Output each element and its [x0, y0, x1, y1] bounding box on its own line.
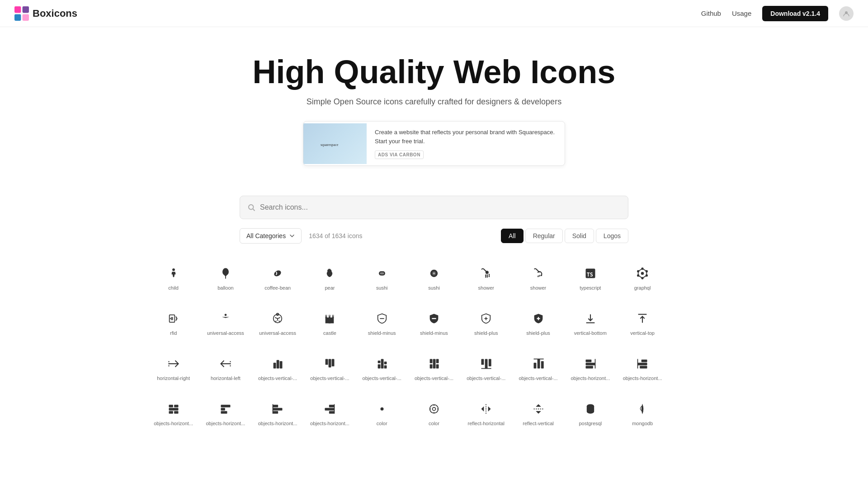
icon-label: shield-plus	[466, 330, 507, 336]
list-item[interactable]: shield-minus	[358, 303, 406, 341]
list-item[interactable]: objects-vertical-...	[462, 348, 510, 386]
filter-logos[interactable]: Logos	[596, 229, 628, 243]
list-item[interactable]: TS typescript	[566, 258, 614, 296]
category-label: All Categories	[246, 232, 286, 239]
icon-label: objects-horizont...	[153, 421, 194, 426]
svg-rect-103	[221, 408, 225, 411]
list-item[interactable]: objects-horizont...	[306, 394, 354, 432]
list-item[interactable]: shield-plus	[514, 303, 562, 341]
list-item[interactable]: sushi	[358, 258, 406, 296]
hero-section: High Quality Web Icons Simple Open Sourc…	[0, 27, 868, 196]
github-link[interactable]: Github	[701, 9, 721, 17]
list-item[interactable]: objects-horizont...	[201, 394, 250, 432]
list-item[interactable]: objects-horizont...	[149, 394, 198, 432]
list-item[interactable]: horizontal-left	[201, 348, 250, 386]
list-item[interactable]: sushi	[410, 258, 458, 296]
svg-rect-72	[377, 364, 380, 368]
svg-rect-101	[174, 411, 178, 414]
svg-rect-91	[585, 366, 593, 369]
squarespace-logo: squarespace	[319, 137, 351, 150]
ad-text: Create a website that reflects your pers…	[375, 128, 557, 145]
filter-all[interactable]: All	[501, 229, 524, 243]
svg-point-115	[430, 405, 439, 413]
list-item[interactable]: objects-horizont...	[618, 348, 666, 386]
list-item[interactable]: objects-vertical-...	[306, 348, 354, 386]
list-item[interactable]: pear	[306, 258, 354, 296]
list-item[interactable]: shield-plus	[462, 303, 510, 341]
list-item[interactable]: universal-access	[201, 303, 250, 341]
list-item[interactable]: coffee-bean	[254, 258, 302, 296]
list-item[interactable]: mongodb	[618, 394, 666, 432]
svg-rect-100	[169, 411, 173, 414]
coffee-bean-icon	[269, 265, 286, 282]
list-item[interactable]: reflect-horizontal	[462, 394, 510, 432]
list-item[interactable]: shield-minus	[410, 303, 458, 341]
ad-image: squarespace	[303, 123, 367, 164]
list-item[interactable]: universal-access	[254, 303, 302, 341]
list-item[interactable]: vertical-top	[618, 303, 666, 341]
list-item[interactable]: reflect-vertical	[514, 394, 562, 432]
filter-right: All Regular Solid Logos	[501, 229, 628, 243]
objects-vertical-3-icon	[374, 356, 390, 372]
svg-point-30	[646, 271, 648, 272]
svg-rect-75	[384, 366, 387, 369]
list-item[interactable]: objects-vertical-...	[514, 348, 562, 386]
svg-text:TS: TS	[587, 272, 593, 278]
svg-point-33	[637, 275, 639, 277]
svg-line-17	[486, 275, 486, 277]
list-item[interactable]: objects-horizont...	[566, 348, 614, 386]
svg-rect-110	[325, 408, 335, 411]
filter-solid[interactable]: Solid	[565, 229, 594, 243]
svg-rect-47	[326, 315, 326, 317]
svg-rect-94	[638, 363, 647, 366]
list-item[interactable]: rfid	[149, 303, 198, 341]
icon-label: shower	[518, 285, 559, 291]
objects-horizontal-5-icon	[269, 401, 286, 417]
chevron-down-icon	[289, 233, 295, 239]
svg-rect-109	[329, 405, 335, 408]
icon-label: horizontal-left	[205, 375, 246, 381]
logo[interactable]: Boxicons	[14, 6, 77, 21]
category-select[interactable]: All Categories	[240, 228, 302, 244]
filters: All Categories 1634 of 1634 icons All Re…	[240, 228, 628, 244]
list-item[interactable]: shower	[514, 258, 562, 296]
svg-rect-102	[221, 405, 230, 408]
svg-point-34	[637, 271, 639, 272]
objects-vertical-6-icon	[530, 356, 547, 372]
svg-line-18	[487, 275, 488, 277]
universal-access-2-icon	[269, 310, 286, 327]
ad-cta[interactable]: ADS VIA CARBON	[375, 150, 424, 159]
svg-rect-82	[485, 359, 488, 369]
list-item[interactable]: vertical-bottom	[566, 303, 614, 341]
list-item[interactable]: graphql	[618, 258, 666, 296]
list-item[interactable]: color	[358, 394, 406, 432]
search-input[interactable]	[260, 203, 621, 211]
download-button[interactable]: Download v2.1.4	[762, 6, 828, 21]
svg-rect-67	[280, 361, 283, 368]
list-item[interactable]: objects-horizont...	[254, 394, 302, 432]
filter-regular[interactable]: Regular	[525, 229, 563, 243]
icon-label: postgresql	[570, 421, 611, 426]
list-item[interactable]: postgresql	[566, 394, 614, 432]
list-item[interactable]: objects-vertical-...	[410, 348, 458, 386]
sushi-2-icon	[426, 265, 442, 282]
list-item[interactable]: objects-vertical-...	[358, 348, 406, 386]
svg-rect-70	[332, 359, 335, 366]
svg-rect-74	[384, 362, 387, 365]
icon-label: objects-horizont...	[622, 375, 663, 381]
list-item[interactable]: castle	[306, 303, 354, 341]
list-item[interactable]: child	[149, 258, 198, 296]
svg-point-10	[273, 269, 282, 277]
pear-icon	[321, 265, 338, 282]
usage-link[interactable]: Usage	[732, 9, 751, 17]
list-item[interactable]: color	[410, 394, 458, 432]
svg-rect-3	[23, 14, 29, 20]
list-item[interactable]: horizontal-right	[149, 348, 198, 386]
list-item[interactable]: objects-vertical-...	[254, 348, 302, 386]
list-item[interactable]: shower	[462, 258, 510, 296]
objects-horizontal-2-icon	[634, 356, 651, 372]
ad-banner[interactable]: squarespace Create a website that reflec…	[303, 121, 565, 166]
icon-label: vertical-top	[622, 330, 663, 336]
list-item[interactable]: balloon	[201, 258, 250, 296]
user-avatar[interactable]	[839, 6, 854, 21]
